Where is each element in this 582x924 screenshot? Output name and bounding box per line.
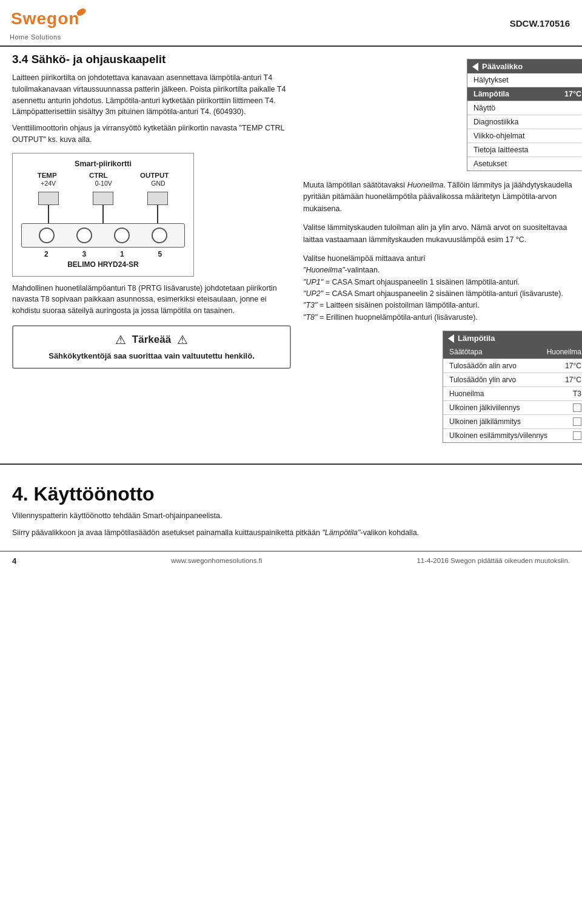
logo-subtitle: Home Solutions [10,33,89,41]
terminal-2 [93,192,113,205]
menu2-tulosaadon-alin: Tulosäädön alin arvo 17°C [443,359,582,373]
belimo-circle-2 [76,228,92,243]
menu-item-halytykset: Hälytykset [467,73,582,87]
page-header: Swegon Home Solutions SDCW.170516 [0,0,582,47]
menu-item-viikko: Viikko-ohjelmat [467,129,582,143]
footer-date-info: 11-4-2016 Swegon pidättää oikeuden muuto… [416,557,570,564]
page-footer: 4 www.swegonhomesolutions.fi 11-4-2016 S… [0,551,582,570]
menu-item-diagnostiikka: Diagnostiikka [467,115,582,129]
section3-para3: Mahdollinen huonetilalämpöanturi T8 (PRT… [12,283,291,317]
section-4-heading: 4. Käyttöönotto [12,483,570,505]
page-number: 4 [12,556,16,565]
menu-item-asetukset: Asetukset [467,157,582,170]
svg-text:Swegon: Swegon [11,9,79,28]
menu-item-lampotila: Lämpötila 17°C [467,87,582,101]
section-divider [0,464,582,465]
menu-header-label: Päävalikko [482,62,523,71]
logo-swegon: Swegon [10,6,89,32]
menu2-huoneilma: Huoneilma T3 [443,387,582,401]
menu-item-naytto: Näyttö [467,101,582,115]
checkbox-jalkiviilennys [573,403,581,412]
section-3-heading: 3.4 Sähkö- ja ohjauskaapelit [12,53,291,66]
section3-para2: Venttiilimoottorin ohjaus ja virransyött… [12,123,291,146]
main-content: 3.4 Sähkö- ja ohjauskaapelit Laitteen pi… [0,47,582,455]
doc-number: SDCW.170516 [510,18,570,29]
belimo-box [21,223,185,248]
swegon-logo-svg: Swegon [10,6,89,29]
menu2-jalkiviilennys: Ulkoinen jälkiviilennys [443,401,582,415]
checkbox-jalkilammitys [573,417,581,426]
terminal-3 [147,192,168,205]
circuit-labels: TEMP CTRL OUTPUT [21,172,185,179]
circuit-diagram: Smart-piirikortti TEMP CTRL OUTPUT +24V … [12,153,194,277]
menu-header: Päävalikko [467,59,582,73]
belimo-label: BELIMO HRYD24-SR [21,260,185,269]
warning-icon-left: ⚠ [115,332,126,347]
circuit-voltages: +24V 0-10V GND [21,180,185,187]
warning-title: Tärkeää [132,334,171,346]
wire-1 [48,205,49,223]
lampotila-menu-header: Lämpötila [443,331,582,345]
menu-item-tietoja: Tietoja laitteesta [467,143,582,157]
menu2-tulosaadon-ylin: Tulosäädön ylin arvo 17°C [443,373,582,387]
right-column: Päävalikko Hälytykset Lämpötila 17°C Näy… [303,53,582,449]
belimo-circle-4 [152,228,167,243]
logo-area: Swegon Home Solutions [10,6,89,41]
section3-para1: Laitteen piirikortilta on johdotettava k… [12,72,291,118]
circuit-title: Smart-piirikortti [21,160,185,168]
terminal-1 [38,192,59,205]
warning-icon-right: ⚠ [177,332,188,347]
section4-para1: Viilennyspatterin käyttöönotto tehdään S… [12,510,570,522]
right-text-3-heading: Valitse huonelämpöä mittaava anturi "Huo… [303,253,582,323]
menu-back-arrow [472,62,478,71]
paavallikko-menu: Päävalikko Hälytykset Lämpötila 17°C Näy… [467,59,582,171]
left-column: 3.4 Sähkö- ja ohjauskaapelit Laitteen pi… [12,53,291,449]
belimo-circle-1 [39,228,55,243]
belimo-circle-3 [114,228,130,243]
terminal-row [21,192,185,205]
warning-title-row: ⚠ Tärkeää ⚠ [115,332,188,347]
right-text-1: Muuta lämpötilan säätötavaksi Huoneilma.… [303,180,582,215]
wire-2 [102,205,104,223]
section4-para2: Siirry päävalikkoon ja avaa lämpötilasää… [12,527,570,539]
right-text-2: Valitse lämmityskauden tuloilman alin ja… [303,222,582,246]
menu2-esilammitys: Ulkoinen esilämmitys/viilennys [443,429,582,442]
wire-3 [157,205,158,223]
circuit-numbers: 2 3 1 5 [21,250,185,258]
lampotila-back-arrow [448,334,454,343]
wire-group [21,205,185,223]
lampotila-menu: Lämpötila Säätötapa Huoneilma Tulosäädön… [443,331,582,443]
warning-text: Sähkökytkentöjä saa suorittaa vain valtu… [48,351,255,362]
checkbox-esilammitys [573,431,581,440]
menu2-saatotapa: Säätötapa Huoneilma [443,345,582,359]
warning-box: ⚠ Tärkeää ⚠ Sähkökytkentöjä saa suoritta… [12,325,291,369]
section4-area: 4. Käyttöönotto Viilennyspatterin käyttö… [0,471,582,539]
menu2-jalkilammitys: Ulkoinen jälkilämmitys [443,415,582,429]
footer-website: www.swegonhomesolutions.fi [171,557,262,564]
lampotila-header-label: Lämpötila [458,334,495,343]
